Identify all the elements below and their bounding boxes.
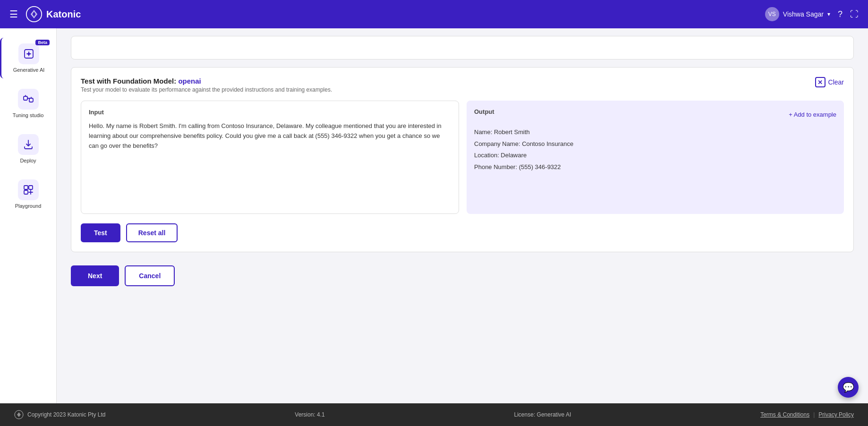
privacy-link[interactable]: Privacy Policy <box>818 411 854 418</box>
io-panels: Input Hello. My name is Robert Smith. I'… <box>81 101 844 214</box>
svg-point-2 <box>28 53 30 55</box>
user-menu[interactable]: VS Vishwa Sagar ▾ <box>765 7 830 21</box>
sidebar-item-label-deploy: Deploy <box>20 158 36 163</box>
cancel-button[interactable]: Cancel <box>125 265 175 286</box>
footer: Copyright 2023 Katonic Pty Ltd Version: … <box>0 403 868 426</box>
svg-rect-5 <box>24 186 28 189</box>
clear-button[interactable]: ✕ Clear <box>815 77 844 87</box>
main-content: Test with Foundation Model: openai Test … <box>57 28 868 403</box>
output-panel: Output + Add to example Name: Robert Smi… <box>467 101 844 214</box>
footer-copyright: Copyright 2023 Katonic Pty Ltd <box>27 411 105 418</box>
avatar: VS <box>765 7 779 21</box>
input-label: Input <box>89 109 451 116</box>
logo-text: Katonic <box>46 9 81 20</box>
footer-left: Copyright 2023 Katonic Pty Ltd <box>14 410 105 419</box>
sidebar-item-tuning-studio[interactable]: Tuning studio <box>0 83 56 124</box>
test-card-title: Test with Foundation Model: openai <box>81 77 332 85</box>
footer-version: Version: 4.1 <box>295 411 324 418</box>
output-line-1: Name: Robert Smith <box>474 127 836 138</box>
sidebar-item-label-playground: Playground <box>15 203 42 209</box>
sidebar-item-generative-ai[interactable]: Beta Generative AI <box>0 38 56 78</box>
svg-rect-4 <box>29 98 33 102</box>
tuning-studio-icon <box>18 89 39 110</box>
test-card: Test with Foundation Model: openai Test … <box>71 67 854 252</box>
sidebar-item-deploy[interactable]: Deploy <box>0 128 56 169</box>
output-line-4: Phone Number: (555) 346-9322 <box>474 162 836 173</box>
model-name-link[interactable]: openai <box>178 77 201 85</box>
chevron-down-icon: ▾ <box>827 11 830 17</box>
help-icon[interactable]: ? <box>838 9 842 19</box>
sidebar-item-playground[interactable]: Playground <box>0 174 56 214</box>
nav-buttons-row: Next Cancel <box>71 264 854 286</box>
test-card-header: Test with Foundation Model: openai Test … <box>81 77 844 93</box>
chat-bubble-button[interactable]: 💬 <box>838 377 859 398</box>
logo-icon <box>26 6 43 23</box>
output-header-row: Output + Add to example <box>474 108 836 121</box>
test-buttons-row: Test Reset all <box>81 223 844 242</box>
add-to-example-button[interactable]: + Add to example <box>789 111 836 118</box>
svg-rect-3 <box>24 96 27 100</box>
svg-rect-6 <box>29 186 33 189</box>
sidebar: Beta Generative AI Tuning studio <box>0 28 57 403</box>
output-text: Name: Robert Smith Company Name: Contoso… <box>474 127 836 173</box>
menu-icon[interactable]: ☰ <box>9 9 18 20</box>
output-line-2: Company Name: Contoso Insurance <box>474 138 836 150</box>
navbar: ☰ Katonic VS Vishwa Sagar ▾ ? ⛶ <box>0 0 868 28</box>
footer-links: Terms & Conditions | Privacy Policy <box>760 411 854 418</box>
output-label: Output <box>474 108 494 115</box>
fullscreen-icon[interactable]: ⛶ <box>850 9 859 19</box>
footer-license: License: Generative AI <box>514 411 571 418</box>
clear-x-icon: ✕ <box>815 77 825 87</box>
next-button[interactable]: Next <box>71 265 119 286</box>
generative-ai-icon <box>18 43 39 64</box>
input-panel: Input Hello. My name is Robert Smith. I'… <box>81 101 459 214</box>
deploy-icon <box>18 134 39 155</box>
playground-icon <box>18 179 39 200</box>
test-button[interactable]: Test <box>81 223 120 242</box>
output-line-3: Location: Delaware <box>474 150 836 162</box>
footer-logo-icon <box>14 410 24 419</box>
beta-badge: Beta <box>35 40 50 45</box>
sidebar-item-label-generative-ai: Generative AI <box>13 67 45 73</box>
input-text[interactable]: Hello. My name is Robert Smith. I'm call… <box>89 121 451 151</box>
terms-link[interactable]: Terms & Conditions <box>760 411 809 418</box>
test-card-subtitle: Test your model to evaluate its performa… <box>81 86 332 93</box>
top-partial-bar <box>71 36 854 60</box>
logo: Katonic <box>26 6 81 23</box>
footer-separator: | <box>813 411 815 418</box>
chat-icon: 💬 <box>842 382 854 393</box>
reset-all-button[interactable]: Reset all <box>126 223 178 242</box>
user-name: Vishwa Sagar <box>783 10 824 18</box>
sidebar-item-label-tuning-studio: Tuning studio <box>13 112 44 118</box>
svg-rect-7 <box>24 190 28 194</box>
